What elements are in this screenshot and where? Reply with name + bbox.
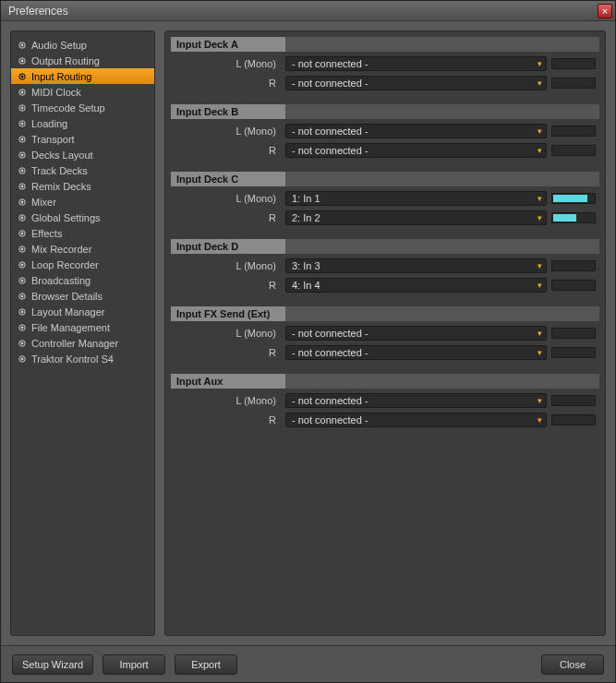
svg-point-13 [21,138,24,140]
sidebar-item-browser-details[interactable]: Browser Details [11,288,154,304]
select-value: - not connected - [292,58,368,69]
radio-bullet-icon [18,293,26,300]
svg-point-33 [21,294,24,297]
sidebar-item-controller-manager[interactable]: Controller Manager [11,335,154,351]
channel-select[interactable]: - not connected -▾ [285,143,547,158]
select-value: - not connected - [292,78,368,89]
import-button[interactable]: Import [103,654,165,675]
radio-bullet-icon [18,89,26,96]
sidebar-item-midi-clock[interactable]: MIDI Clock [11,84,154,100]
channel-select[interactable]: - not connected -▾ [285,56,547,71]
sidebar-item-global-settings[interactable]: Global Settings [11,210,154,225]
sidebar-item-layout-manager[interactable]: Layout Manager [11,304,154,319]
channel-select[interactable]: 3: In 3▾ [285,258,547,273]
select-value: - not connected - [292,347,368,358]
sidebar-item-mixer[interactable]: Mixer [11,194,154,210]
select-value: 1: In 1 [292,193,320,204]
channel-select[interactable]: 4: In 4▾ [285,278,547,293]
chevron-down-icon: ▾ [537,261,542,270]
level-meter [551,347,596,358]
sidebar-item-remix-decks[interactable]: Remix Decks [11,178,154,194]
sidebar-item-label: Browser Details [31,291,103,302]
window-close-button[interactable]: × [598,4,612,18]
content-area: Audio SetupOutput RoutingInput RoutingMI… [1,21,615,645]
sidebar-item-transport[interactable]: Transport [11,131,154,147]
radio-bullet-icon [18,73,26,80]
section-header-bar [285,172,599,186]
level-meter [551,58,596,69]
sidebar-item-loop-recorder[interactable]: Loop Recorder [11,257,154,272]
section-header-bar [285,306,599,321]
sidebar-item-label: MIDI Clock [31,87,81,98]
section-header-bar [285,374,599,389]
channel-select[interactable]: - not connected -▾ [285,326,547,341]
svg-point-29 [21,263,24,266]
sidebar-item-output-routing[interactable]: Output Routing [11,53,154,68]
channel-select[interactable]: - not connected -▾ [285,345,547,360]
input-row: R- not connected -▾ [171,75,599,91]
radio-bullet-icon [18,151,26,159]
sidebar-item-audio-setup[interactable]: Audio Setup [11,37,154,53]
input-row: L (Mono)- not connected -▾ [171,123,599,139]
row-label: L (Mono) [171,193,285,204]
chevron-down-icon: ▾ [537,78,542,88]
svg-point-9 [21,106,24,109]
sidebar-item-track-decks[interactable]: Track Decks [11,162,154,178]
sidebar-item-label: Remix Decks [31,181,91,192]
sidebar-item-label: Timecode Setup [31,102,105,114]
input-row: L (Mono)- not connected -▾ [171,55,599,72]
row-label: L (Mono) [171,395,285,406]
sidebar-item-traktor-kontrol-s4[interactable]: Traktor Kontrol S4 [11,351,154,366]
radio-bullet-icon [18,324,26,331]
section-title: Input Deck C [171,172,285,186]
chevron-down-icon: ▾ [537,396,542,405]
row-label: R [171,414,285,425]
section-header: Input FX Send (Ext) [171,306,599,321]
sidebar-item-timecode-setup[interactable]: Timecode Setup [11,100,154,115]
select-value: - not connected - [292,126,368,137]
radio-bullet-icon [18,340,26,347]
section-header: Input Deck D [171,239,599,254]
input-row: L (Mono)- not connected -▾ [171,325,599,342]
channel-select[interactable]: 1: In 1▾ [285,191,547,206]
radio-bullet-icon [18,57,26,65]
sidebar-item-label: Layout Manager [31,306,105,318]
channel-select[interactable]: - not connected -▾ [285,393,547,408]
level-meter [551,126,596,137]
svg-point-19 [21,185,24,187]
close-icon: × [602,6,608,17]
sidebar-item-effects[interactable]: Effects [11,225,154,241]
row-label: L (Mono) [171,126,285,137]
setup-wizard-button[interactable]: Setup Wizard [12,654,93,675]
channel-select[interactable]: - not connected -▾ [285,76,547,90]
section-title: Input FX Send (Ext) [171,306,285,321]
chevron-down-icon: ▾ [537,59,542,68]
input-row: R- not connected -▾ [171,344,599,361]
select-value: - not connected - [292,395,368,406]
export-button[interactable]: Export [175,654,237,675]
row-label: R [171,212,285,223]
level-meter [551,193,596,204]
radio-bullet-icon [18,120,26,127]
section-input-deck-d: Input Deck DL (Mono)3: In 3▾R4: In 4▾ [171,239,599,294]
sidebar-item-broadcasting[interactable]: Broadcasting [11,272,154,288]
channel-select[interactable]: 2: In 2▾ [285,210,547,225]
section-header: Input Deck B [171,104,599,119]
input-row: R2: In 2▾ [171,210,599,226]
sidebar-item-input-routing[interactable]: Input Routing [11,68,154,84]
svg-point-1 [21,43,24,46]
svg-point-7 [21,90,24,93]
chevron-down-icon: ▾ [537,126,542,136]
channel-select[interactable]: - not connected -▾ [285,413,547,427]
sidebar-item-label: Broadcasting [31,275,91,286]
sidebar-item-file-management[interactable]: File Management [11,319,154,335]
section-title: Input Deck B [171,104,285,119]
channel-select[interactable]: - not connected -▾ [285,124,547,138]
close-button[interactable]: Close [541,654,604,675]
svg-point-37 [21,326,24,329]
sidebar-item-decks-layout[interactable]: Decks Layout [11,147,154,162]
sidebar-item-mix-recorder[interactable]: Mix Recorder [11,241,154,257]
section-input-deck-c: Input Deck CL (Mono)1: In 1▾R2: In 2▾ [171,172,599,226]
sidebar-item-loading[interactable]: Loading [11,115,154,131]
svg-point-27 [21,247,24,250]
